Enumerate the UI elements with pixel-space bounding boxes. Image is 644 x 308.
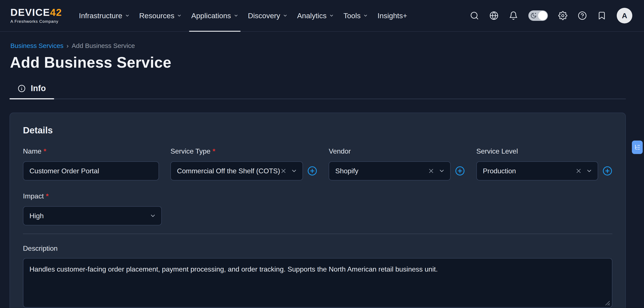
plus-circle-icon bbox=[602, 166, 612, 176]
label-text: Service Type bbox=[170, 147, 210, 155]
bookmark-icon bbox=[597, 11, 606, 20]
field-name: Name * bbox=[23, 147, 159, 181]
field-service-level: Service Level Production bbox=[476, 147, 612, 181]
chevron-down-icon bbox=[329, 13, 334, 18]
required-marker: * bbox=[44, 147, 46, 155]
info-circle-icon bbox=[18, 85, 26, 92]
field-service-type: Service Type * Commercial Off the Shelf … bbox=[170, 147, 317, 181]
add-vendor-button[interactable] bbox=[455, 166, 465, 176]
chevron-down-icon bbox=[283, 13, 288, 18]
nav-item-resources[interactable]: Resources bbox=[134, 0, 187, 31]
add-service-level-button[interactable] bbox=[602, 166, 612, 176]
section-divider bbox=[23, 234, 612, 234]
required-marker: * bbox=[46, 192, 48, 200]
brand-logo-accent: 42 bbox=[50, 7, 62, 18]
page-content: Business Services › Add Business Service… bbox=[0, 42, 644, 308]
plus-circle-icon bbox=[307, 166, 317, 176]
clear-icon[interactable] bbox=[428, 168, 434, 174]
description-field bbox=[23, 258, 612, 308]
chevron-down-icon bbox=[125, 13, 130, 18]
help-circle-icon bbox=[578, 11, 587, 20]
name-input[interactable] bbox=[23, 161, 159, 181]
bookmarks-button[interactable] bbox=[597, 11, 606, 20]
field-impact: Impact * High bbox=[23, 192, 162, 225]
nav-item-label: Analytics bbox=[297, 12, 326, 20]
language-button[interactable] bbox=[490, 11, 498, 20]
select-value: Production bbox=[483, 167, 575, 175]
hierarchy-panel-button[interactable] bbox=[632, 140, 643, 154]
label-text: Vendor bbox=[329, 147, 350, 155]
tab-bar: Info bbox=[10, 84, 626, 99]
label-text: Impact bbox=[23, 192, 44, 200]
help-button[interactable] bbox=[578, 11, 587, 20]
field-label-impact: Impact * bbox=[23, 192, 162, 200]
chevron-down-icon[interactable] bbox=[291, 168, 297, 174]
nav-item-analytics[interactable]: Analytics bbox=[292, 0, 339, 31]
required-marker: * bbox=[213, 147, 215, 155]
nav-item-tools[interactable]: Tools bbox=[339, 0, 373, 31]
breadcrumb-current: Add Business Service bbox=[72, 42, 135, 49]
nav-item-label: Infrastructure bbox=[79, 12, 122, 20]
tab-label: Info bbox=[31, 84, 46, 93]
nav-item-discovery[interactable]: Discovery bbox=[243, 0, 292, 31]
nav-item-label: Applications bbox=[191, 12, 231, 20]
select-value: Commercial Off the Shelf (COTS) bbox=[177, 167, 280, 175]
add-service-type-button[interactable] bbox=[307, 166, 317, 176]
user-avatar[interactable]: A bbox=[617, 8, 632, 24]
brand-logo-text: DEVICE42 bbox=[10, 7, 62, 17]
brand-logo[interactable]: DEVICE42 A Freshworks Company bbox=[10, 0, 62, 31]
main-nav: Infrastructure Resources Applications Di… bbox=[74, 0, 412, 31]
bell-icon bbox=[509, 11, 518, 20]
theme-toggle[interactable] bbox=[528, 11, 548, 21]
field-label-description: Description bbox=[23, 244, 612, 252]
top-nav-bar: DEVICE42 A Freshworks Company Infrastruc… bbox=[0, 0, 644, 32]
nav-item-label: Discovery bbox=[248, 12, 280, 20]
vendor-select[interactable]: Shopify bbox=[329, 161, 450, 181]
impact-select[interactable]: High bbox=[23, 206, 162, 225]
page-title: Add Business Service bbox=[10, 54, 626, 71]
chevron-down-icon[interactable] bbox=[438, 168, 445, 174]
gear-icon bbox=[558, 11, 567, 20]
nav-item-infrastructure[interactable]: Infrastructure bbox=[74, 0, 134, 31]
service-level-select[interactable]: Production bbox=[476, 161, 598, 181]
tab-info[interactable]: Info bbox=[10, 84, 54, 99]
search-button[interactable] bbox=[470, 11, 479, 20]
header-actions: A bbox=[470, 0, 644, 31]
field-label-service-level: Service Level bbox=[476, 147, 612, 155]
form-row-1: Name * Service Type * Commercial Off the… bbox=[23, 147, 612, 181]
nav-item-label: Insights+ bbox=[378, 12, 407, 20]
select-value: Shopify bbox=[335, 167, 428, 175]
select-value: High bbox=[30, 212, 146, 220]
nav-item-applications[interactable]: Applications bbox=[186, 0, 243, 31]
label-text: Name bbox=[23, 147, 41, 155]
notifications-button[interactable] bbox=[509, 11, 518, 20]
breadcrumb-parent-link[interactable]: Business Services bbox=[10, 42, 64, 49]
chevron-down-icon bbox=[234, 13, 238, 18]
chevron-down-icon bbox=[363, 13, 368, 18]
globe-icon bbox=[490, 11, 498, 20]
chevron-down-icon bbox=[177, 13, 182, 18]
plus-circle-icon bbox=[455, 166, 465, 176]
label-text: Service Level bbox=[476, 147, 518, 155]
settings-button[interactable] bbox=[558, 11, 567, 20]
chevron-down-icon[interactable] bbox=[586, 168, 592, 174]
clear-icon[interactable] bbox=[575, 168, 582, 174]
avatar-initial: A bbox=[622, 12, 627, 20]
details-card: Details Name * Service Type * bbox=[10, 113, 626, 308]
moon-icon bbox=[530, 12, 537, 19]
breadcrumb-separator: › bbox=[66, 42, 69, 49]
field-vendor: Vendor Shopify bbox=[329, 147, 465, 181]
search-icon bbox=[470, 11, 479, 20]
section-heading: Details bbox=[23, 125, 612, 135]
chevron-down-icon[interactable] bbox=[150, 213, 156, 219]
nav-item-label: Tools bbox=[344, 12, 360, 20]
field-label-service-type: Service Type * bbox=[170, 147, 317, 155]
toggle-knob bbox=[538, 11, 547, 20]
resize-handle[interactable] bbox=[604, 300, 610, 306]
field-label-vendor: Vendor bbox=[329, 147, 465, 155]
description-textarea[interactable] bbox=[23, 258, 612, 307]
nav-item-insights[interactable]: Insights+ bbox=[373, 0, 412, 31]
clear-icon[interactable] bbox=[280, 168, 287, 174]
service-type-select[interactable]: Commercial Off the Shelf (COTS) bbox=[170, 161, 303, 181]
brand-tagline: A Freshworks Company bbox=[10, 19, 62, 24]
